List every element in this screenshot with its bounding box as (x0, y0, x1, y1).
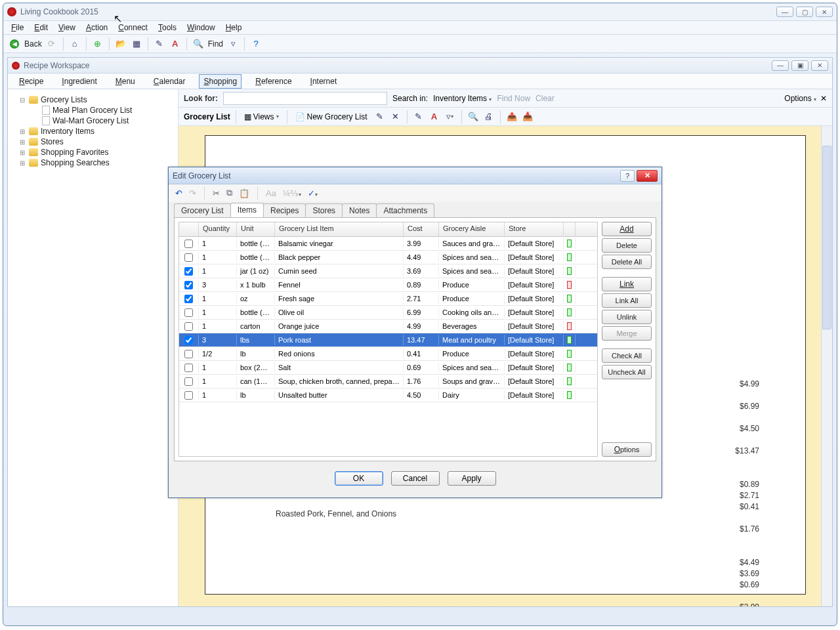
table-row[interactable]: 1bottle (1...Olive oil6.99Cooking oils a… (179, 306, 597, 320)
ws-menu-internet[interactable]: Internet (306, 74, 342, 89)
import-icon[interactable]: 📥 (522, 111, 534, 123)
ws-menu-shopping[interactable]: Shopping (199, 74, 242, 89)
print-icon[interactable]: 🖨 (483, 111, 495, 123)
table-row[interactable]: 1bottle (8....Balsamic vinegar3.99Sauces… (179, 237, 597, 251)
menu-help[interactable]: Help (226, 23, 242, 32)
binoculars-icon[interactable]: 🔍 (192, 38, 204, 50)
ws-menu-ingredient[interactable]: Ingredient (57, 74, 101, 89)
cut-icon[interactable]: ✂ (213, 188, 220, 198)
fraction-icon[interactable]: ¼⅔▾ (283, 188, 301, 198)
find-now-button[interactable]: Find Now (497, 94, 530, 103)
dialog-close-button[interactable]: ✕ (637, 170, 658, 182)
tab-attachments[interactable]: Attachments (376, 203, 434, 217)
ws-menu-menu[interactable]: Menu (111, 74, 140, 89)
redo-icon[interactable]: ↷ (189, 188, 196, 198)
tab-grocery-list[interactable]: Grocery List (174, 203, 231, 217)
check-all-button[interactable]: Check All (602, 348, 652, 363)
spellcheck-icon[interactable]: ✓▾ (308, 188, 318, 198)
grid-icon[interactable]: ▦ (131, 38, 142, 50)
cancel-button[interactable]: Cancel (391, 471, 440, 486)
tree-item-inventory[interactable]: ⊞Inventory Items (10, 126, 175, 136)
row-checkbox[interactable] (184, 364, 193, 372)
merge-button[interactable]: Merge (602, 326, 652, 341)
col-item[interactable]: Grocery List Item (275, 222, 404, 236)
row-checkbox[interactable] (184, 391, 193, 400)
menu-connect[interactable]: Connect (118, 23, 148, 32)
close-search-icon[interactable]: ✕ (820, 94, 827, 103)
row-checkbox[interactable] (184, 295, 193, 303)
apply-button[interactable]: Apply (448, 471, 496, 486)
tab-items[interactable]: Items (230, 203, 264, 217)
workspace-menubar[interactable]: RecipeIngredientMenuCalendarShoppingRefe… (8, 74, 832, 89)
options-button[interactable]: Options (602, 442, 652, 457)
menu-edit[interactable]: Edit (34, 23, 48, 32)
table-row[interactable]: 1can (13....Soup, chicken broth, canned,… (179, 375, 597, 388)
table-row[interactable]: 1cartonOrange juice4.99Beverages[Default… (179, 320, 597, 333)
row-checkbox[interactable] (184, 350, 193, 358)
row-checkbox[interactable] (184, 308, 193, 317)
edit-list-icon[interactable]: ✎ (374, 111, 386, 123)
dialog-tabs[interactable]: Grocery ListItemsRecipesStoresNotesAttac… (169, 201, 662, 217)
ws-close-button[interactable]: ✕ (811, 60, 828, 71)
row-checkbox[interactable] (184, 267, 193, 276)
minimize-button[interactable]: — (776, 7, 793, 17)
new-grocery-list-button[interactable]: 📄 New Grocery List (293, 111, 370, 123)
tree-item-meal-plan[interactable]: Meal Plan Grocery List (10, 105, 175, 116)
uncheck-all-button[interactable]: Uncheck All (602, 365, 652, 379)
tree-item-favorites[interactable]: ⊞Shopping Favorites (10, 147, 175, 158)
export-icon[interactable]: 📤 (506, 111, 518, 123)
table-row[interactable]: 1ozFresh sage2.71Produce[Default Store] (179, 292, 597, 306)
row-checkbox[interactable] (184, 253, 193, 262)
table-row[interactable]: 3x 1 bulbFennel0.89Produce[Default Store… (179, 278, 597, 292)
items-grid[interactable]: Quantity Unit Grocery List Item Cost Gro… (178, 222, 598, 457)
home-icon[interactable]: ⌂ (69, 38, 81, 50)
find-label[interactable]: Find (208, 39, 223, 49)
ws-menu-calendar[interactable]: Calendar (149, 74, 190, 89)
table-row[interactable]: 1jar (1 oz)Cumin seed3.69Spices and seas… (179, 264, 597, 278)
filter-dropdown-icon[interactable]: ▿▾ (444, 111, 456, 123)
unlink-button[interactable]: Unlink (602, 310, 652, 324)
menu-file[interactable]: File (11, 23, 24, 32)
edit-icon[interactable]: ✎ (154, 38, 165, 50)
open-icon[interactable]: 📂 (115, 38, 127, 50)
menu-action[interactable]: Action (86, 23, 108, 32)
tab-recipes[interactable]: Recipes (263, 203, 306, 217)
maximize-button[interactable]: ▢ (796, 7, 813, 17)
table-row[interactable]: 1bottle (4 ...Black pepper4.49Spices and… (179, 251, 597, 264)
help-icon[interactable]: ? (250, 38, 262, 50)
col-unit[interactable]: Unit (237, 222, 275, 236)
row-checkbox[interactable] (184, 377, 193, 386)
font-icon[interactable]: A (169, 38, 181, 50)
dialog-help-button[interactable]: ? (620, 170, 635, 182)
copy-icon[interactable]: ⧉ (226, 188, 232, 198)
table-row[interactable]: 1lbUnsalted butter4.50Dairy[Default Stor… (179, 388, 597, 402)
ok-button[interactable]: OK (335, 471, 383, 486)
main-menubar[interactable]: FileEditViewActionConnectToolsWindowHelp (3, 20, 837, 35)
row-checkbox[interactable] (184, 281, 193, 289)
search-in-dropdown[interactable]: Inventory Items ▾ (433, 94, 492, 103)
filter-icon[interactable]: ▿ (227, 38, 239, 50)
back-label[interactable]: Back (24, 39, 42, 49)
undo-icon[interactable]: ↶ (175, 188, 182, 198)
clear-button[interactable]: Clear (536, 94, 555, 103)
col-cost[interactable]: Cost (404, 222, 439, 236)
grid-header[interactable]: Quantity Unit Grocery List Item Cost Gro… (179, 222, 597, 237)
ws-menu-recipe[interactable]: Recipe (14, 74, 48, 89)
search-input[interactable] (223, 92, 387, 105)
col-store[interactable]: Store (505, 222, 564, 236)
delete-all-button[interactable]: Delete All (602, 255, 652, 269)
col-aisle[interactable]: Grocery Aisle (439, 222, 505, 236)
sidebar-tree[interactable]: ⊟Grocery Lists Meal Plan Grocery List Wa… (8, 89, 178, 606)
close-button[interactable]: ✕ (816, 7, 833, 17)
table-row[interactable]: 1box (26 ...Salt0.69Spices and seas...[D… (179, 361, 597, 375)
back-icon[interactable]: ◀ (9, 38, 20, 50)
tree-root-grocery-lists[interactable]: ⊟Grocery Lists (10, 94, 175, 105)
row-checkbox[interactable] (184, 240, 193, 248)
ws-minimize-button[interactable]: — (772, 60, 789, 71)
menu-window[interactable]: Window (187, 23, 215, 32)
row-checkbox[interactable] (184, 322, 193, 331)
table-row[interactable]: 1/2lbRed onions0.41Produce[Default Store… (179, 347, 597, 361)
case-icon[interactable]: Aa (266, 188, 276, 198)
row-checkbox[interactable] (184, 336, 193, 345)
menu-tools[interactable]: Tools (158, 23, 177, 32)
